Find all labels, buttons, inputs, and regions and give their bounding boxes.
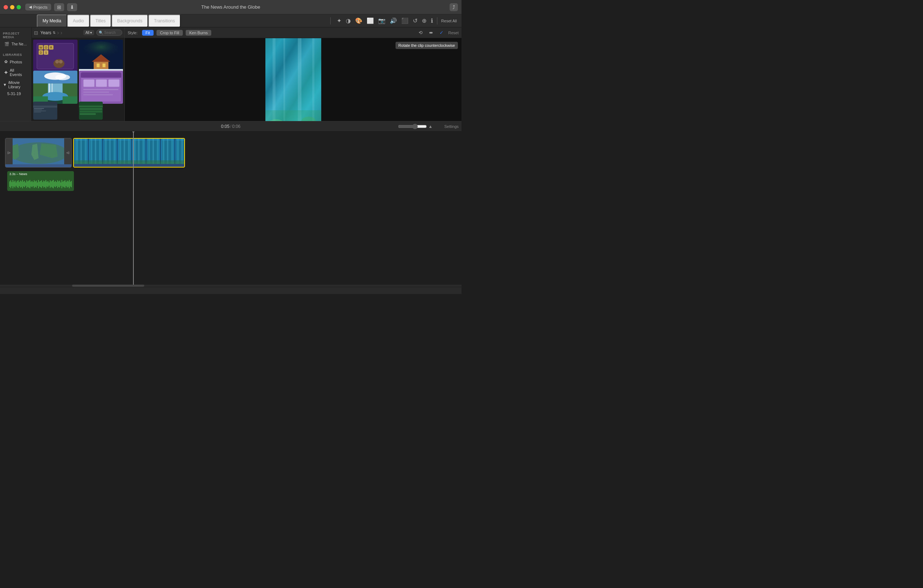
sidebar-item-photos[interactable]: ✿ Photos [2,57,30,66]
sidebar-item-project[interactable]: 🎬 The New...he Globe [2,40,30,48]
svg-rect-142 [64,180,65,188]
svg-rect-109 [30,180,30,188]
reset-button[interactable]: Reset [448,31,458,35]
svg-rect-114 [35,181,36,187]
svg-rect-125 [46,182,47,187]
svg-rect-42 [83,92,109,93]
media-thumb-green-app[interactable] [79,102,103,120]
time-current: 0:05 [221,124,229,129]
preview-image-container [265,38,321,133]
info-button[interactable]: ℹ [429,16,435,25]
game-thumbnail: W O R D S [33,39,77,73]
svg-rect-147 [70,182,71,187]
svg-rect-38 [83,80,94,87]
color-wheel-button[interactable]: ◑ [344,16,353,25]
time-separator: / [230,124,231,129]
histogram-button[interactable]: ⬛ [399,16,410,25]
tab-my-media[interactable]: My Media [37,15,67,27]
waterfall-clip-svg [74,139,185,167]
reset-all-button[interactable]: Reset All [440,18,458,24]
share-button[interactable]: ⤴ [450,3,458,11]
close-button[interactable] [3,5,8,9]
svg-rect-133 [55,181,56,187]
scrollbar-track [0,285,462,287]
clip-handle-right[interactable]: ⊲ [64,138,71,167]
svg-rect-118 [39,182,40,187]
maximize-button[interactable] [16,5,21,9]
rotate-ccw-outer-button[interactable]: ⟲ [417,29,424,36]
zoom-slider[interactable] [398,124,427,129]
download-button[interactable]: ⬇ [67,3,77,11]
all-events-icon: ✚ [4,70,8,75]
sidebar-item-all-events[interactable]: ✚ All Events [2,66,30,79]
media-grid: W O R D S [32,38,125,121]
sidebar-item-imovie-library[interactable]: ▼ iMovie Library [0,79,31,90]
media-thumb-game[interactable]: W O R D S [33,39,77,73]
handle-left-icon: ⊳ [7,150,11,155]
clip-handle-left[interactable]: ⊳ [5,138,13,167]
svg-rect-97 [17,181,18,187]
tab-audio[interactable]: Audio [67,15,90,27]
svg-rect-117 [38,180,39,188]
rotate-tooltip: Rotate the clip counterclockwise [396,42,458,49]
color-palette-button[interactable]: 🎨 [353,16,364,25]
clip-waterfall[interactable] [73,138,185,167]
projects-button[interactable]: ◀ Projects [25,3,51,10]
stabilize-button[interactable]: ↺ [411,16,419,25]
svg-rect-53 [80,111,102,113]
tab-backgrounds[interactable]: Backgrounds [112,15,148,27]
media-thumb-waterfall[interactable] [33,70,77,104]
style-ken-burns-button[interactable]: Ken Burns [186,30,211,36]
crop-button[interactable]: ⬜ [365,16,376,25]
media-browser: ⊟ Years ⇅ › › All ▾ 🔍 Search [32,27,125,121]
tab-titles[interactable]: Titles [90,15,112,27]
svg-rect-102 [22,180,23,188]
svg-rect-99 [19,182,20,186]
svg-rect-98 [18,180,19,188]
cabin-thumbnail [79,39,123,73]
media-thumb-purple-app[interactable] [79,70,123,104]
svg-rect-135 [57,180,58,188]
all-filter[interactable]: All ▾ [83,30,94,35]
library-view-button[interactable]: ⊞ [54,3,64,11]
media-thumb-screenshot1[interactable] [33,102,57,120]
style-label: Style: [128,31,138,35]
svg-rect-103 [23,182,24,187]
toggle-sidebar-button[interactable]: ⊟ [34,30,38,36]
style-fit-button[interactable]: Fit [142,30,154,36]
search-box[interactable]: 🔍 Search [96,29,122,36]
sidebar: PROJECT MEDIA 🎬 The New...he Globe LIBRA… [0,27,32,121]
sidebar-item-date[interactable]: 5-31-19 [0,90,31,97]
minimize-button[interactable] [10,5,15,9]
svg-point-25 [55,74,70,80]
camera-button[interactable]: 📷 [376,16,387,25]
zoom-controls: ▲ [398,124,433,129]
app-toolbar: My Media Audio Titles Backgrounds Transi… [0,15,462,27]
svg-rect-110 [31,182,31,187]
flip-horizontal-button[interactable]: ⬌ [427,29,435,36]
years-label: Years [40,30,51,35]
confirm-button[interactable]: ✓ [438,29,445,36]
clip-world-map[interactable]: ⊳ ⊲ [5,138,72,167]
style-crop-to-fill-button[interactable]: Crop to Fill [156,30,183,36]
noise-button[interactable]: ⊕ [420,16,428,25]
scrollbar-thumb[interactable] [72,285,144,287]
audio-label: 3.3s – News [7,171,30,177]
svg-rect-43 [83,94,113,95]
window-title: The News Around the Globe [201,4,260,10]
zoom-mountain-icon: ▲ [428,124,433,129]
magic-wand-button[interactable]: ✦ [335,16,343,25]
handle-right-icon: ⊲ [66,150,70,155]
all-chevron: ▾ [90,31,92,34]
statusbar [0,287,462,294]
preview-canvas: Rotate the clip counterclockwise ⤢ [125,38,462,133]
svg-rect-21 [102,64,105,67]
audio-button[interactable]: 🔊 [388,16,399,25]
media-thumb-cabin[interactable] [79,39,123,73]
tab-transitions[interactable]: Transitions [148,15,181,27]
audio-waveform [9,179,72,190]
timeline-tracks: ⊳ ⊲ [0,131,462,287]
clip-audio[interactable]: 3.3s – News [7,171,74,191]
settings-button[interactable]: Settings [444,124,458,129]
years-selector[interactable]: Years ⇅ › › [40,29,81,36]
